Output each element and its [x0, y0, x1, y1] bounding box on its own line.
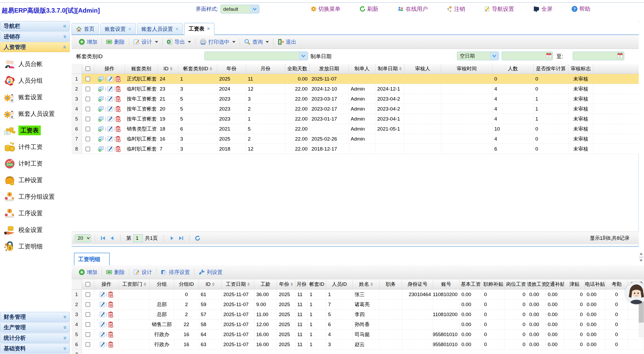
table-row[interactable]: 7||临时职工帐套1632025222.002025-02-26Admin40未… [72, 134, 639, 144]
sidebar-group-finance[interactable]: 财务管理« [0, 312, 70, 322]
detail-toolbar-sort-settings-button[interactable]: 排序设置 [157, 268, 193, 277]
sidebar-item-time-wage[interactable]: 计时工资 [4, 155, 70, 172]
delete-row-icon[interactable] [115, 116, 121, 122]
sort-icon[interactable] [370, 282, 373, 286]
expand-down-icon[interactable]: « [61, 35, 68, 38]
edit-row-icon[interactable] [107, 116, 113, 122]
row-checkbox[interactable] [85, 127, 90, 131]
tab-home[interactable]: 首页 [72, 23, 99, 34]
calendar-icon[interactable]: 17 [617, 52, 623, 59]
chevron-down-icon[interactable] [232, 41, 235, 43]
edit-row-icon[interactable] [99, 342, 105, 347]
refresh-grid-icon[interactable] [193, 234, 202, 242]
expand-down-icon[interactable]: « [61, 315, 68, 318]
copy-row-icon[interactable] [98, 86, 104, 92]
table-row[interactable]: 2|总部2592025-11-079.0020251117诸葛亮0.00000.… [72, 300, 644, 310]
topmenu-online-users[interactable]: 在线用户 [397, 5, 428, 13]
column-header-制单人[interactable]: 制单人 [349, 64, 375, 74]
edit-row-icon[interactable] [107, 146, 113, 152]
edit-row-icon[interactable] [107, 136, 113, 142]
collapse-left-icon[interactable]: « [63, 23, 66, 29]
row-checkbox[interactable] [85, 147, 90, 151]
column-header-年份[interactable]: 年份 [217, 64, 246, 74]
column-header-津贴[interactable]: 津贴 [564, 279, 585, 289]
sidebar-group-purchase-sale-stock[interactable]: 进销存« [0, 32, 70, 42]
column-header-ID[interactable]: ID [199, 279, 222, 289]
edit-row-icon[interactable] [99, 322, 105, 327]
column-header-操作[interactable]: 操作 [94, 279, 119, 289]
table-row[interactable]: 5|行政办16642025-11-0716.0020251114司马懿95580… [72, 330, 644, 340]
sort-icon[interactable] [399, 67, 402, 71]
chevron-down-icon[interactable] [490, 52, 499, 60]
toolbar-design-button[interactable]: 设计 [130, 37, 162, 46]
column-header-岗位工资[interactable]: 岗位工资 [505, 279, 527, 289]
column-header-ID[interactable]: ID [158, 64, 178, 74]
collapse-up-icon[interactable]: « [61, 46, 68, 49]
edit-row-icon[interactable] [99, 312, 105, 317]
table-row[interactable]: 3||按年工资帐套2152023322.002023-03-17Admin202… [72, 94, 639, 104]
topmenu-fullscreen[interactable]: 全屏 [533, 5, 552, 13]
delete-row-icon[interactable] [115, 96, 121, 102]
table-row[interactable]: 6|行政办16632025-11-0716.0020251113赵云955801… [72, 340, 644, 350]
tab-account-set[interactable]: 账套设置× [100, 23, 136, 34]
first-page-button[interactable] [99, 234, 108, 242]
chevron-down-icon[interactable] [250, 5, 259, 13]
sidebar-item-account-set[interactable]: 账套设置 [4, 89, 70, 106]
next-page-button[interactable] [168, 234, 177, 242]
column-header-基本工资[interactable]: 基本工资 [460, 279, 482, 289]
copy-row-icon[interactable] [98, 126, 104, 132]
column-header-审核人[interactable]: 审核人 [404, 64, 441, 74]
sidebar-item-piece-wage[interactable]: 计件工资 [4, 139, 70, 155]
table-row-partial[interactable]: 7 [72, 350, 644, 354]
edit-row-icon[interactable] [107, 86, 113, 92]
table-row[interactable]: 2||临时职工帐套23320241222.002024-12-10Admin20… [72, 84, 639, 94]
date-from-input[interactable]: 17 [502, 52, 553, 60]
copy-row-icon[interactable] [98, 116, 104, 122]
tab-account-set-personnel[interactable]: 账套人员设置× [137, 23, 183, 34]
detail-toolbar-column-settings-button[interactable]: 列设置 [195, 268, 226, 277]
copy-row-icon[interactable] [98, 106, 104, 112]
sort-icon[interactable] [212, 282, 215, 286]
edit-row-icon[interactable] [107, 76, 113, 82]
close-icon[interactable]: × [128, 26, 131, 32]
sort-icon[interactable] [290, 282, 293, 286]
sidebar-item-personnel-group[interactable]: 人员分组 [4, 72, 70, 89]
column-header-月份[interactable]: 月份 [295, 279, 308, 289]
sort-icon[interactable] [210, 67, 212, 71]
column-header-绩效工资[interactable]: 绩效工资 [527, 279, 546, 289]
column-header-账号[interactable]: 账号 [433, 279, 460, 289]
sidebar-item-personnel-ledger[interactable]: 人员台帐 [4, 56, 70, 72]
column-header-人数[interactable]: 人数 [492, 64, 534, 74]
delete-row-icon[interactable] [115, 146, 121, 152]
column-header-身份证号[interactable]: 身份证号 [402, 279, 433, 289]
copy-row-icon[interactable] [98, 136, 104, 142]
date-to-input[interactable]: 17 [573, 52, 624, 60]
sort-icon[interactable] [144, 282, 146, 286]
topmenu-refresh[interactable]: 刷新 [359, 5, 378, 13]
expand-down-icon[interactable]: « [61, 326, 68, 329]
sidebar-item-salary-sheet[interactable]: 工资表 [4, 122, 70, 139]
copy-row-icon[interactable] [98, 96, 104, 102]
row-checkbox[interactable] [85, 302, 90, 307]
sidebar-title[interactable]: 导航栏 « [0, 21, 70, 31]
delete-row-icon[interactable] [108, 301, 113, 308]
prev-page-button[interactable] [108, 234, 117, 242]
toolbar-query-button[interactable]: 查询 [241, 37, 272, 46]
column-header-考勤[interactable]: 考勤 [605, 279, 628, 289]
column-header-全勤天数[interactable]: 全勤天数 [285, 64, 310, 74]
chevron-down-icon[interactable] [86, 235, 91, 242]
delete-row-icon[interactable] [115, 106, 121, 112]
scroll-up-icon[interactable] [640, 253, 643, 255]
delete-row-icon[interactable] [115, 76, 121, 82]
row-checkbox[interactable] [85, 97, 90, 101]
row-checkbox[interactable] [85, 292, 90, 297]
row-checkbox[interactable] [85, 117, 90, 121]
select-all-checkbox[interactable] [85, 66, 90, 71]
row-checkbox[interactable] [85, 332, 90, 337]
column-header-工资部门[interactable]: 工资部门 [119, 279, 150, 289]
select-all-checkbox[interactable] [85, 282, 90, 287]
copy-row-icon[interactable] [98, 146, 104, 152]
toolbar-exit-button[interactable]: 退出 [274, 37, 300, 46]
delete-row-icon[interactable] [108, 321, 113, 328]
row-checkbox[interactable] [85, 312, 90, 317]
